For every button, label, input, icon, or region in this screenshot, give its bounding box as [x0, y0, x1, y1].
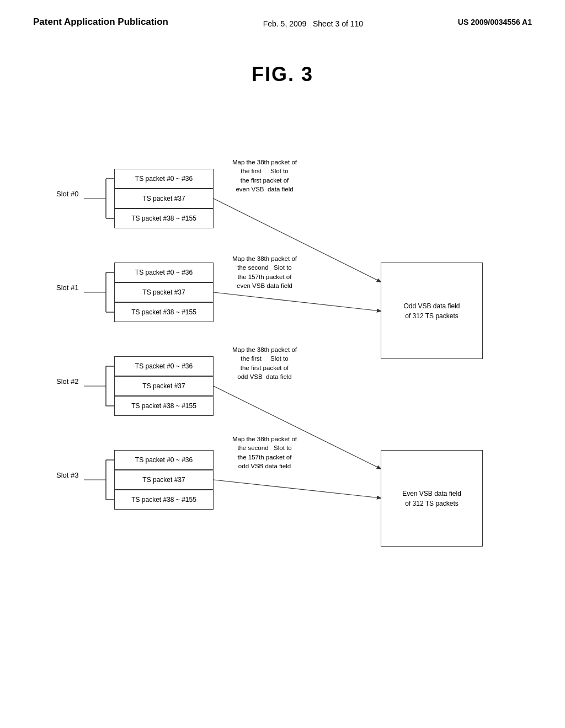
packet-box-0: TS packet #0 ~ #36: [114, 169, 214, 189]
packet-box-10: TS packet #37: [114, 470, 214, 490]
publication-title: Patent Application Publication: [33, 15, 168, 29]
header-date-sheet: Feb. 5, 2009 Sheet 3 of 110: [263, 15, 363, 30]
vsb-box-odd: Odd VSB data field of 312 TS packets: [381, 263, 483, 359]
packet-box-1: TS packet #37: [114, 189, 214, 208]
packet-box-3: TS packet #0 ~ #36: [114, 263, 214, 282]
vsb-box-even: Even VSB data field of 312 TS packets: [381, 450, 483, 547]
packet-box-6: TS packet #0 ~ #36: [114, 356, 214, 376]
packet-box-2: TS packet #38 ~ #155: [114, 208, 214, 228]
packet-box-11: TS packet #38 ~ #155: [114, 490, 214, 510]
page-header: Patent Application Publication Feb. 5, 2…: [0, 0, 565, 30]
slot-label-0: Slot #0: [56, 190, 78, 198]
packet-box-5: TS packet #38 ~ #155: [114, 302, 214, 322]
slot-label-2: Slot #2: [56, 377, 78, 386]
slot-label-1: Slot #1: [56, 283, 78, 292]
annotation-1: Map the 38th packet ofthe second Slot to…: [219, 254, 310, 290]
annotation-2: Map the 38th packet ofthe first Slot tot…: [219, 345, 310, 381]
annotation-0: Map the 38th packet ofthe first Slot tot…: [219, 158, 310, 193]
packet-box-8: TS packet #38 ~ #155: [114, 396, 214, 416]
figure-title: FIG. 3: [0, 63, 565, 86]
packet-box-4: TS packet #37: [114, 282, 214, 302]
slot-label-3: Slot #3: [56, 471, 78, 479]
annotation-3: Map the 38th packet ofthe second Slot to…: [219, 435, 310, 470]
diagram-area: Slot #0 Slot #1 Slot #2 Slot #3 TS packe…: [34, 130, 531, 582]
packet-box-7: TS packet #37: [114, 376, 214, 396]
header-date: Feb. 5, 2009: [263, 19, 307, 28]
header-sheet: Sheet 3 of 110: [313, 19, 363, 28]
patent-number: US 2009/0034556 A1: [458, 15, 532, 26]
packet-box-9: TS packet #0 ~ #36: [114, 450, 214, 470]
